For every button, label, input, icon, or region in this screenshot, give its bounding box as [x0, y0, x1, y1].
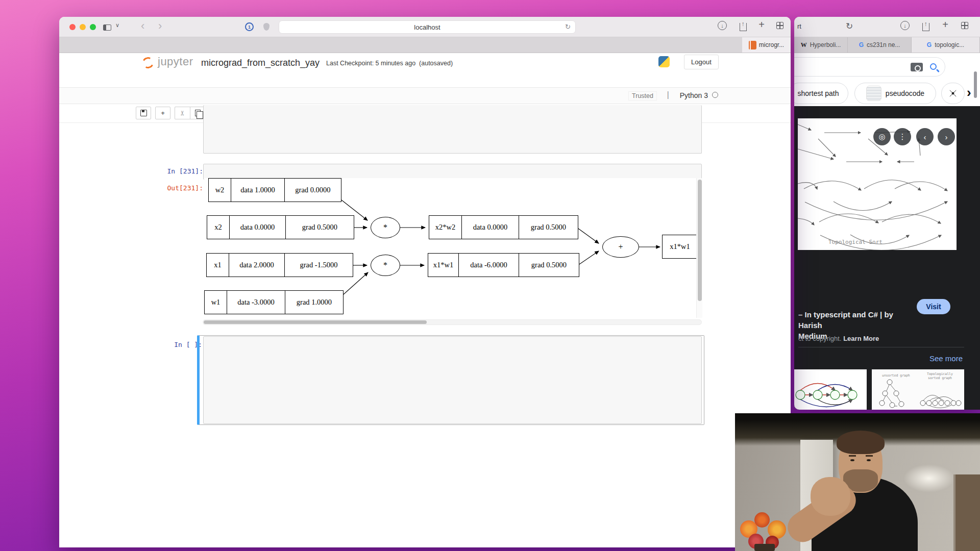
code-cell-topo[interactable] — [203, 336, 702, 424]
zoom-window-button[interactable] — [90, 24, 96, 30]
notebook-title[interactable]: micrograd_from_scratch_yay — [201, 58, 320, 68]
svg-text:Topologically: Topologically — [927, 372, 953, 376]
kernel-idle-icon — [712, 92, 718, 98]
webcam-light — [903, 464, 954, 492]
output-vscrollbar-thumb[interactable] — [698, 180, 702, 301]
cell-prompt: In [ ]: — [158, 341, 202, 348]
see-more-link[interactable]: See more — [912, 354, 963, 363]
selected-cell-container[interactable]: In [ ]: — [197, 335, 704, 425]
new-tab-icon[interactable]: + — [755, 19, 768, 31]
share-icon[interactable] — [920, 21, 932, 33]
lens-crop-button[interactable]: ◎ — [873, 128, 891, 145]
jupyter-header: jupyter micrograd_from_scratch_yay Last … — [59, 53, 791, 87]
chip-shortest-path[interactable]: shortest path — [794, 83, 848, 104]
notebook-file-icon — [749, 41, 756, 49]
chip-pseudocode[interactable]: pseudocode — [854, 83, 936, 104]
back-icon[interactable]: ‹ — [141, 19, 144, 33]
reload-icon[interactable]: ↻ — [565, 23, 571, 31]
output-prompt: Out[231]: — [159, 184, 203, 192]
jupyter-brand[interactable]: jupyter — [158, 55, 193, 68]
downloads-icon[interactable]: ↓ — [718, 21, 730, 33]
jupyter-logo-icon[interactable] — [142, 57, 154, 70]
browser-toolbar: rt ↻ ↓ + — [794, 17, 980, 37]
graph-node-sum-partial: x1*w1 — [662, 235, 697, 259]
person-hair — [837, 431, 885, 454]
search-icon[interactable] — [930, 63, 937, 72]
previous-image-button[interactable]: ‹ — [916, 128, 934, 145]
output-hscrollbar-track[interactable] — [203, 319, 702, 325]
code-cell-drawdot[interactable] — [203, 164, 702, 180]
more-options-button[interactable]: ⋮ — [894, 128, 911, 145]
graph-output-area: w2data 1.0000grad 0.0000 x2data 0.0000gr… — [204, 178, 702, 318]
url-text: localhost — [414, 23, 440, 31]
python-logo-icon — [658, 56, 670, 67]
pseudocode-thumb — [866, 86, 881, 101]
code-cell-scrolled[interactable] — [203, 105, 702, 154]
desktop-background: rt ↻ ↓ + W Hyperboli... G cs231n ne... G… — [0, 0, 980, 551]
address-bar[interactable]: localhost ↻ — [279, 20, 576, 34]
webcam-overlay — [735, 413, 980, 551]
output-vscrollbar-track[interactable] — [696, 178, 702, 318]
kernel-name: Python 3 — [680, 91, 708, 99]
related-thumb-dag[interactable] — [794, 369, 867, 410]
graph-glyph-icon — [949, 87, 957, 100]
tab-topological-active[interactable]: G topologic... — [912, 37, 980, 53]
webcam-flowers — [739, 511, 790, 551]
filter-chips-row: shortest path pseudocode › — [794, 83, 980, 106]
copyright-note: ct to copyright. Learn More — [798, 335, 879, 342]
save-button[interactable] — [136, 107, 151, 119]
forward-icon[interactable]: › — [158, 19, 162, 33]
figure-caption: Topological Sort — [828, 239, 883, 245]
url-text-fragment: rt — [797, 22, 801, 30]
tab-hyperbolic[interactable]: W Hyperboli... — [794, 37, 848, 53]
wikipedia-icon: W — [801, 41, 807, 49]
browser-toolbar: ∨ ‹ › 1 localhost ↻ ↓ + — [59, 17, 791, 37]
tab-overview-icon[interactable] — [774, 21, 786, 33]
google-icon: G — [859, 41, 864, 48]
tab-cs231n[interactable]: G cs231n ne... — [848, 37, 912, 53]
cut-cell-button[interactable]: ✂ — [175, 107, 190, 119]
onepassword-extension-icon[interactable]: 1 — [245, 22, 254, 31]
graph-op-mul-2: * — [371, 255, 400, 276]
person-hand — [811, 477, 850, 516]
minimize-window-button[interactable] — [80, 24, 86, 30]
tab-bar: microgr... — [59, 37, 791, 53]
chip-partial[interactable] — [941, 83, 965, 104]
chips-next-arrow[interactable]: › — [967, 85, 971, 101]
shield-extension-icon[interactable] — [263, 23, 270, 33]
trusted-badge: Trusted — [628, 91, 657, 101]
tab-overview-icon[interactable] — [959, 21, 971, 33]
camera-search-icon[interactable] — [911, 63, 923, 73]
close-window-button[interactable] — [69, 24, 76, 30]
add-cell-button[interactable]: + — [155, 107, 170, 119]
webcam-door — [953, 474, 980, 551]
learn-more-link[interactable]: Learn More — [843, 335, 879, 342]
safari-window-main: ∨ ‹ › 1 localhost ↻ ↓ + microgr... jupyt… — [59, 17, 791, 547]
downloads-icon[interactable]: ↓ — [900, 21, 913, 33]
tab-micrograd-active[interactable]: microgr... — [742, 37, 791, 53]
graph-node-x1w1: x1*w1data -6.0000grad 0.5000 — [428, 253, 579, 277]
share-icon[interactable] — [737, 21, 749, 33]
reload-icon[interactable]: ↻ — [843, 21, 855, 33]
svg-text:unsorted graph: unsorted graph — [882, 373, 910, 378]
graph-node-w2: w2data 1.0000grad 0.0000 — [208, 178, 341, 202]
person-eye-left — [850, 459, 854, 461]
next-image-button[interactable]: › — [938, 128, 955, 145]
svg-text:sorted graph: sorted graph — [928, 376, 952, 380]
person-eye-right — [867, 459, 871, 461]
checkpoint-status: Last Checkpoint: 5 minutes ago (autosave… — [326, 60, 453, 67]
person-brow-left — [849, 455, 856, 457]
new-tab-icon[interactable]: + — [939, 19, 951, 31]
graph-op-plus: + — [602, 236, 639, 258]
google-images-page: shortest path pseudocode › — [794, 53, 980, 410]
result-image[interactable]: Topological Sort ◎ ⋮ ‹ › — [798, 118, 957, 250]
output-hscrollbar-thumb[interactable] — [204, 320, 427, 324]
related-thumb-codepath[interactable]: unsorted graph Topologically sorted grap… — [872, 369, 964, 410]
vertical-scrollbar[interactable] — [974, 71, 977, 98]
visit-button[interactable]: Visit — [917, 299, 950, 314]
logout-button[interactable]: Logout — [684, 55, 719, 69]
google-icon: G — [927, 41, 932, 48]
sidebar-icon[interactable] — [103, 23, 111, 33]
sidebar-chevron-icon[interactable]: ∨ — [115, 22, 119, 29]
graph-op-mul: * — [371, 217, 400, 238]
